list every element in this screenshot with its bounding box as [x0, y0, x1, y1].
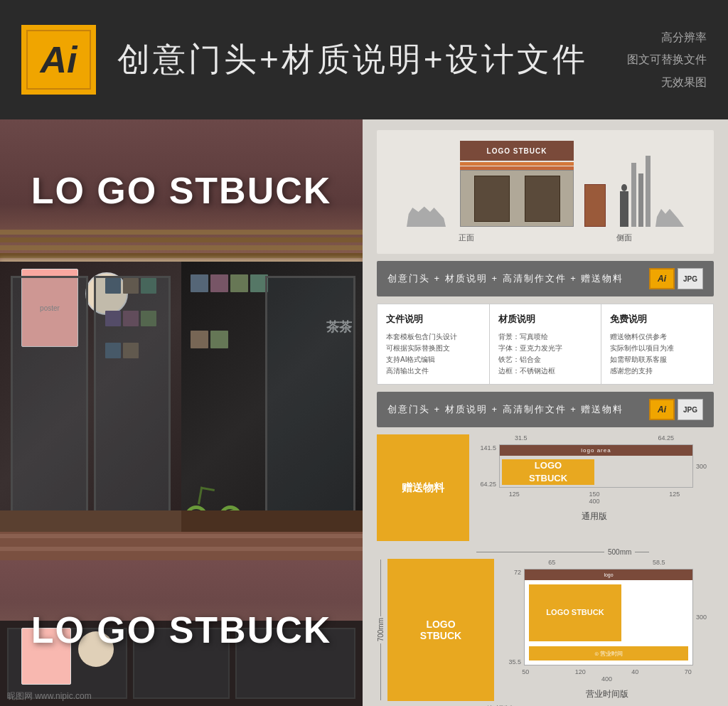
ai-badge-2: Ai — [649, 399, 675, 420]
store-bottom-section: LO GO STBUCK — [0, 532, 363, 706]
version2-label: 营业时间版 — [500, 688, 714, 700]
desc-box-file: 文件说明 本套模板包含门头设计可根据实际替换图文支持AI格式编辑高清输出文件 — [378, 304, 490, 384]
building-facade — [460, 170, 574, 227]
sizing-row-1: 赠送物料 31.5 64.25 141.5 64.25 — [377, 434, 714, 541]
file-type-badges-2: Ai JPG — [649, 399, 703, 420]
desc-box-material: 材质说明 背景：写真喷绘字体：亚克力发光字铁艺：铝合金边框：不锈钢边框 — [490, 304, 602, 384]
logo-text-2: LOGO STBUCK — [546, 607, 604, 618]
logo-box-2: LOGO STBUCK — [529, 584, 621, 641]
left-panel: LO GO STBUCK poster — [0, 119, 363, 706]
header-desc: 高分辨率 图文可替换文件 无效果图 — [627, 28, 707, 92]
diagram-area: LOGO STBUCK — [377, 130, 714, 254]
jpg-badge-1: JPG — [678, 268, 703, 289]
person-silhouette — [620, 191, 628, 227]
store-middle-section: poster — [0, 262, 363, 532]
desc-title-file: 文件说明 — [386, 311, 481, 327]
desc-boxes: 文件说明 本套模板包含门头设计可根据实际替换图文支持AI格式编辑高清输出文件 材… — [377, 304, 714, 385]
info-banner-2: 创意门头 + 材质说明 + 高清制作文件 + 赠送物料 Ai JPG — [377, 392, 714, 427]
jpg-badge-2: JPG — [678, 399, 703, 420]
desc-content-material: 背景：写真喷绘字体：亚克力发光字铁艺：铝合金边框：不锈钢边框 — [498, 331, 593, 377]
ai-badge-1: Ai — [649, 268, 675, 289]
store-top-section: LO GO STBUCK — [0, 119, 363, 262]
desc-content-file: 本套模板包含门头设计可根据实际替换图文支持AI格式编辑高清输出文件 — [386, 331, 481, 377]
ai-logo-icon: Ai — [21, 25, 96, 95]
banner2-text: 创意门头 + 材质说明 + 高清制作文件 + 赠送物料 — [387, 403, 623, 416]
watermark: 昵图网 www.nipic.com — [7, 690, 92, 702]
diagram-labels: 正面 侧面 — [387, 232, 703, 243]
ai-logo-text: Ai — [41, 38, 77, 81]
logo-text-haibao: LOGO STBUCK — [420, 619, 461, 641]
banner1-text: 创意门头 + 材质说明 + 高清制作文件 + 赠送物料 — [387, 272, 623, 285]
gift-label: 赠送物料 — [402, 481, 444, 495]
sizing-row-2: 700mm LOGO STBUCK 6558.5 72 — [377, 559, 714, 701]
dim-700-label: 700mm — [377, 618, 385, 641]
desc-line1: 高分辨率 — [627, 28, 707, 47]
desc-line2: 图文可替换文件 — [627, 50, 707, 69]
logo-text-1: LOGO STBUCK — [529, 459, 567, 485]
desc-content-free: 赠送物料仅供参考实际制作以项目为准如需帮助联系客服感谢您的支持 — [610, 331, 705, 377]
dim-num-1: 31.5 — [515, 434, 528, 442]
right-panel: LOGO STBUCK — [363, 119, 728, 706]
diagram-storefront: LOGO STBUCK — [387, 141, 703, 227]
info-banner-1: 创意门头 + 材质说明 + 高清制作文件 + 赠送物料 Ai JPG — [377, 261, 714, 296]
desc-title-free: 免费说明 — [610, 311, 705, 327]
bottom-section: 500mm 700mm LOGO STBUCK — [377, 548, 714, 706]
dim-500-row: 500mm — [377, 548, 714, 556]
door-left — [474, 176, 510, 222]
total-row-2: 400 — [500, 675, 714, 683]
building-sign: LOGO STBUCK — [460, 141, 574, 161]
store-top-logo: LO GO STBUCK — [31, 169, 332, 212]
dim-num-3: 64.25 — [658, 434, 674, 442]
store-bottom-logo: LO GO STBUCK — [31, 609, 332, 651]
desc-box-free: 免费说明 赠送物料仅供参考实际制作以项目为准如需帮助联系客服感谢您的支持 — [601, 304, 713, 384]
door-right — [525, 176, 560, 222]
stripe1 — [460, 162, 574, 166]
header-bar: Ai 创意门头+材质说明+设计文件 高分辨率 图文可替换文件 无效果图 — [0, 0, 728, 119]
file-type-badges-1: Ai JPG — [649, 268, 703, 289]
desc-title-material: 材质说明 — [498, 311, 593, 327]
label-side: 侧面 — [616, 232, 632, 243]
store-interior-right: 茶茶 — [181, 262, 363, 532]
total-row-1: 400 — [475, 498, 714, 505]
gift-poster-box: 赠送物料 — [377, 434, 469, 541]
numbers-row-1: 125150125 — [475, 491, 714, 498]
label-front: 正面 — [459, 232, 474, 243]
haibao-poster-box: LOGO STBUCK — [387, 559, 494, 701]
building-main: LOGO STBUCK — [460, 141, 574, 227]
numbers-row-2: 501204070 — [500, 668, 714, 675]
header-title: 创意门头+材质说明+设计文件 — [117, 38, 606, 82]
version1-label: 通用版 — [475, 510, 714, 523]
dim-500-label: 500mm — [608, 548, 631, 556]
desc-line3: 无效果图 — [627, 73, 707, 92]
store-interior-left: poster — [0, 262, 181, 532]
logo-box-1: LOGO STBUCK — [502, 459, 594, 485]
building-side — [584, 184, 606, 227]
main-content: LO GO STBUCK poster — [0, 119, 728, 706]
